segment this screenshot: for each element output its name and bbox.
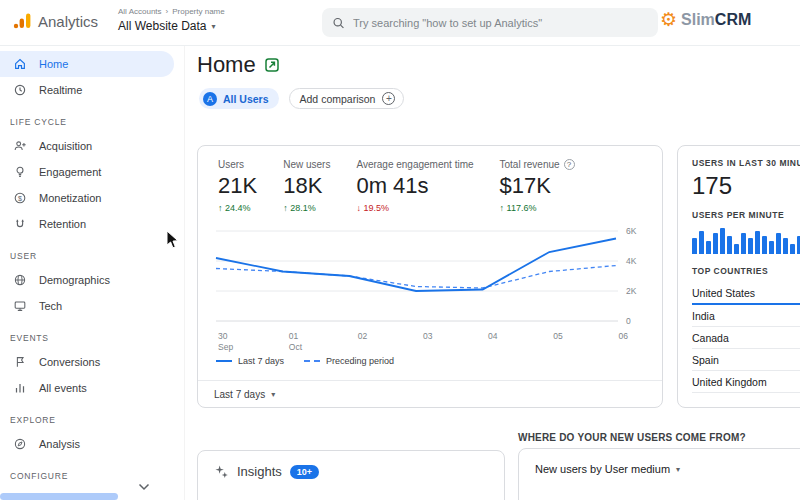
metric-users[interactable]: Users 21K ↑ 24.4%: [218, 159, 257, 213]
country-row: United States: [692, 282, 800, 305]
sidebar-item-retention[interactable]: Retention: [0, 211, 174, 237]
chevron-down-icon: ▾: [211, 22, 215, 31]
minute-bar: [776, 233, 781, 254]
retention-icon: [12, 217, 27, 232]
x-axis-labels: 30 Sep01 Oct0203040506: [216, 331, 628, 352]
users-overview-card: Users 21K ↑ 24.4% New users 18K ↑ 28.1% …: [197, 145, 663, 408]
segment-avatar: A: [203, 92, 217, 106]
metric-delta: ↑ 117.6%: [500, 203, 575, 213]
sidebar-item-engagement[interactable]: Engagement: [0, 159, 174, 185]
sidebar-item-tech[interactable]: Tech: [0, 293, 174, 319]
sidebar-item-all-events[interactable]: All events: [0, 375, 174, 401]
slimcrm-logo: ⚙ SlimCRM: [660, 10, 751, 29]
chart-legend: Last 7 days Preceding period: [216, 356, 662, 366]
date-range-label: Last 7 days: [214, 389, 265, 400]
legend-last-7-days: Last 7 days: [216, 356, 284, 366]
new-users-dimension-selector[interactable]: New users by User medium ▾: [535, 463, 800, 475]
chevron-down-icon: ▾: [676, 465, 680, 474]
reports-snapshot-icon[interactable]: [264, 57, 280, 73]
help-icon[interactable]: ?: [564, 159, 575, 170]
x-tick: 04: [488, 331, 497, 352]
brand-slim-text: Slim: [681, 11, 715, 28]
sidebar-section-user: USER: [0, 245, 184, 267]
country-row: India: [692, 305, 800, 327]
search-bar[interactable]: [322, 8, 658, 37]
country-row: Canada: [692, 327, 800, 349]
horizontal-scrollbar-thumb[interactable]: [0, 493, 118, 500]
property-selector[interactable]: All Website Data ▾: [118, 19, 225, 33]
country-row: Spain: [692, 349, 800, 371]
minute-bar: [706, 241, 711, 254]
analysis-icon: [12, 437, 27, 452]
users-30min-label: USERS IN LAST 30 MINUTES: [692, 158, 800, 168]
arrow-up-icon: ↑: [283, 203, 288, 213]
metric-delta: ↑ 28.1%: [283, 203, 330, 213]
metric-total-revenue[interactable]: Total revenue? $17K ↑ 117.6%: [500, 159, 575, 213]
country-row: United Kingdom: [692, 371, 800, 393]
engagement-icon: [12, 165, 27, 180]
home-icon: [12, 57, 27, 72]
y-tick: 2K: [626, 286, 637, 296]
add-comparison-chip[interactable]: Add comparison +: [289, 88, 405, 109]
minute-bar: [762, 236, 767, 254]
minute-bar: [713, 233, 718, 254]
y-tick: 4K: [626, 256, 637, 266]
chevron-down-icon: ▾: [271, 390, 275, 399]
new-users-card: New users by User medium ▾: [518, 448, 800, 500]
users-30min-value: 175: [692, 172, 800, 200]
realtime-icon: [12, 83, 27, 98]
metric-delta: ↑ 24.4%: [218, 203, 257, 213]
metric-new-users[interactable]: New users 18K ↑ 28.1%: [283, 159, 330, 213]
arrow-up-icon: ↑: [500, 203, 505, 213]
sidebar-item-analysis[interactable]: Analysis: [0, 431, 174, 457]
top-header: Analytics All Accounts › Property name A…: [0, 0, 800, 46]
sidebar-item-label: Realtime: [39, 84, 82, 96]
metric-delta: ↓ 19.5%: [356, 203, 473, 213]
brand-crm-text: CRM: [715, 11, 751, 28]
sidebar-item-monetization[interactable]: $ Monetization: [0, 185, 174, 211]
all-events-icon: [12, 381, 27, 396]
breadcrumb-account[interactable]: All Accounts: [118, 7, 162, 16]
arrow-up-icon: ↑: [218, 203, 223, 213]
main-content: Home A All Users Add comparison + Users …: [185, 46, 800, 500]
date-range-selector[interactable]: Last 7 days ▾: [198, 380, 662, 407]
metric-engagement-time[interactable]: Average engagement time 0m 41s ↓ 19.5%: [356, 159, 473, 213]
insights-card[interactable]: Insights 10+: [197, 450, 505, 500]
monetization-icon: $: [12, 191, 27, 206]
insights-count-badge: 10+: [290, 465, 319, 479]
minute-bar: [769, 241, 774, 254]
sidebar-item-home[interactable]: Home: [0, 51, 174, 77]
sidebar-item-acquisition[interactable]: Acquisition: [0, 133, 174, 159]
new-users-heading: WHERE DO YOUR NEW USERS COME FROM?: [518, 432, 746, 443]
x-tick: 06: [618, 331, 627, 352]
sidebar-item-label: Monetization: [39, 192, 101, 204]
app-name: Analytics: [38, 13, 98, 30]
sidebar: Home Realtime LIFE CYCLE Acquisition Eng…: [0, 46, 185, 500]
analytics-logo[interactable]: Analytics: [12, 11, 98, 31]
metric-label: Users: [218, 159, 257, 170]
sidebar-item-conversions[interactable]: Conversions: [0, 349, 174, 375]
x-tick: 05: [553, 331, 562, 352]
breadcrumb: All Accounts › Property name All Website…: [118, 7, 225, 33]
series-preceding-period: [216, 266, 616, 289]
sidebar-section-events: EVENTS: [0, 327, 184, 349]
sidebar-scroll-down-icon[interactable]: [138, 483, 150, 491]
sidebar-item-realtime[interactable]: Realtime: [0, 77, 174, 103]
dashed-line-swatch: [304, 360, 320, 362]
sidebar-item-demographics[interactable]: Demographics: [0, 267, 174, 293]
breadcrumb-property[interactable]: Property name: [172, 7, 224, 16]
metric-value: 18K: [283, 173, 330, 199]
search-input[interactable]: [353, 17, 648, 29]
analytics-logo-icon: [12, 11, 32, 31]
legend-preceding-period: Preceding period: [304, 356, 394, 366]
plus-icon: +: [382, 92, 395, 105]
add-comparison-label: Add comparison: [300, 93, 376, 105]
sidebar-section-configure: CONFIGURE: [0, 465, 184, 487]
solid-line-swatch: [216, 360, 232, 362]
all-users-chip[interactable]: A All Users: [199, 88, 279, 109]
sidebar-item-label: All events: [39, 382, 87, 394]
property-selector-label: All Website Data: [118, 19, 206, 33]
users-line-chart: 6K 4K 2K 0: [206, 219, 652, 331]
minute-bar: [699, 231, 704, 254]
minute-bar: [755, 231, 760, 254]
